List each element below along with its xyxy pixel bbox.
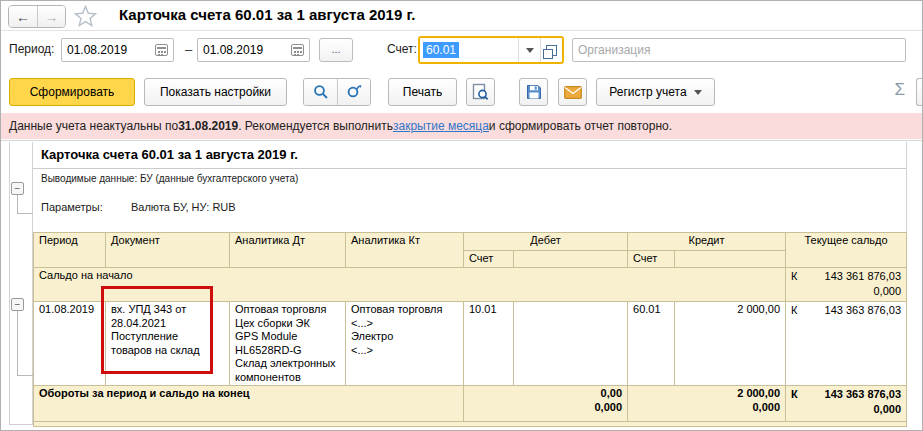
opening-balance-qty: 0,000 bbox=[791, 284, 901, 299]
date-from-field[interactable] bbox=[61, 38, 174, 62]
close-month-link[interactable]: закрытие месяца bbox=[393, 119, 489, 133]
app-window: ← → Карточка счета 60.01 за 1 августа 20… bbox=[0, 0, 923, 431]
opening-balance-label[interactable]: Сальдо на начало bbox=[34, 268, 786, 302]
account-label: Счет: bbox=[387, 42, 417, 56]
search-icon bbox=[313, 84, 329, 100]
back-button[interactable]: ← bbox=[9, 6, 37, 27]
date-to-input[interactable] bbox=[198, 43, 291, 57]
collapse-group-button[interactable]: − bbox=[11, 298, 24, 311]
totals-debit-cell[interactable]: 0,00 0,000 bbox=[464, 386, 628, 422]
email-button[interactable] bbox=[558, 78, 587, 106]
clipped-edge-button[interactable] bbox=[916, 78, 923, 106]
col-header-credit: Кредит bbox=[628, 233, 786, 251]
account-open-button[interactable] bbox=[540, 38, 562, 62]
totals-credit-sum: 2 000,00 bbox=[633, 387, 780, 401]
cell-balance[interactable]: К143 363 876,03 bbox=[786, 302, 907, 386]
search-button[interactable] bbox=[304, 79, 337, 105]
group-tree-line bbox=[17, 311, 18, 376]
search-next-button[interactable] bbox=[337, 79, 370, 105]
back-arrow-icon: ← bbox=[16, 9, 30, 25]
cell-debit-sum[interactable] bbox=[514, 302, 628, 386]
col-header-period: Период bbox=[34, 233, 106, 268]
cell-credit-sum[interactable]: 2 000,00 bbox=[675, 302, 786, 386]
group-tree-line bbox=[17, 195, 18, 214]
account-dropdown-button[interactable] bbox=[518, 38, 540, 62]
row-balance-amount: 143 363 876,03 bbox=[797, 303, 901, 318]
chevron-down-icon bbox=[694, 90, 702, 95]
report-title-underline bbox=[33, 168, 906, 169]
warning-text-before: Данные учета неактуальны по bbox=[9, 119, 178, 133]
cell-analytics-dt[interactable]: Оптовая торговля Цех сборки ЭК GPS Modul… bbox=[230, 302, 346, 386]
warning-text-middle: . Рекомендуется выполнить bbox=[238, 119, 393, 133]
warning-text-after: и сформировать отчет повторно. bbox=[489, 119, 672, 133]
totals-credit-cell[interactable]: 2 000,00 0,000 bbox=[628, 386, 786, 422]
autosum-button[interactable]: Σ bbox=[879, 80, 905, 100]
title-bar: ← → Карточка счета 60.01 за 1 августа 20… bbox=[1, 1, 922, 31]
cell-period[interactable]: 01.08.2019 bbox=[34, 302, 106, 386]
cell-analytics-kt[interactable]: Оптовая торговля <...> Электро <...> bbox=[346, 302, 464, 386]
warning-date: 31.08.2019 bbox=[178, 119, 238, 133]
totals-credit-qty: 0,000 bbox=[633, 401, 780, 415]
col-header-balance: Текущее сальдо bbox=[786, 233, 907, 268]
register-menu-button[interactable]: Регистр учета bbox=[596, 78, 715, 106]
preview-button[interactable] bbox=[466, 78, 495, 106]
account-card-table: Период Документ Аналитика Дт Аналитика К… bbox=[33, 232, 907, 427]
col-header-debit-sum bbox=[514, 251, 628, 268]
balance-indicator: К bbox=[791, 387, 798, 402]
calendar-icon[interactable] bbox=[155, 44, 168, 56]
totals-balance-qty: 0,000 bbox=[791, 402, 901, 417]
toolbar: Сформировать Показать настройки Печать Р… bbox=[1, 69, 922, 113]
save-icon bbox=[526, 84, 542, 100]
calendar-icon[interactable] bbox=[291, 44, 304, 56]
account-combo[interactable]: 60.01 bbox=[418, 36, 564, 64]
col-header-debit-account: Счет bbox=[464, 251, 514, 268]
col-header-analytics-dt: Аналитика Дт bbox=[230, 233, 346, 268]
cell-credit-account[interactable]: 60.01 bbox=[628, 302, 675, 386]
email-icon bbox=[564, 86, 582, 99]
preview-icon bbox=[472, 83, 489, 101]
favorite-star-icon[interactable] bbox=[74, 5, 97, 31]
section-divider bbox=[1, 140, 922, 141]
report-output-data: Выводимые данные: БУ (данные бухгалтерск… bbox=[41, 173, 298, 184]
chevron-down-icon bbox=[526, 48, 534, 53]
col-header-analytics-kt: Аналитика Кт bbox=[346, 233, 464, 268]
save-button[interactable] bbox=[519, 78, 548, 106]
period-label: Период: bbox=[9, 42, 54, 56]
search-next-icon bbox=[346, 84, 363, 100]
col-header-credit-account: Счет bbox=[628, 251, 675, 268]
date-from-input[interactable] bbox=[62, 43, 155, 57]
totals-debit-qty: 0,000 bbox=[469, 401, 622, 415]
forward-arrow-icon: → bbox=[45, 9, 59, 25]
report-params-label: Параметры: bbox=[41, 201, 103, 213]
cell-debit-account[interactable]: 10.01 bbox=[464, 302, 514, 386]
open-link-icon bbox=[546, 45, 557, 56]
opening-balance-cell[interactable]: К143 361 876,03 0,000 bbox=[786, 268, 907, 302]
forward-button[interactable]: → bbox=[37, 6, 65, 27]
totals-label[interactable]: Обороты за период и сальдо на конец bbox=[34, 386, 464, 422]
report-params-value: Валюта БУ, НУ: RUB bbox=[131, 201, 236, 213]
collapse-group-button[interactable]: − bbox=[11, 182, 24, 195]
filter-bar: Период: – ... Счет: 60.01 bbox=[1, 32, 922, 69]
organization-input[interactable] bbox=[573, 43, 905, 57]
nav-buttons: ← → bbox=[8, 5, 66, 28]
report-title: Карточка счета 60.01 за 1 августа 2019 г… bbox=[41, 147, 298, 162]
page-title: Карточка счета 60.01 за 1 августа 2019 г… bbox=[119, 6, 415, 23]
warning-banner: Данные учета неактуальны по 31.08.2019. … bbox=[1, 113, 922, 139]
generate-button[interactable]: Сформировать bbox=[9, 78, 135, 106]
totals-balance-cell[interactable]: К143 363 876,03 0,000 bbox=[786, 386, 907, 422]
col-header-debit: Дебет bbox=[464, 233, 628, 251]
date-to-field[interactable] bbox=[197, 38, 310, 62]
col-header-document: Документ bbox=[106, 233, 230, 268]
search-button-group bbox=[303, 78, 371, 106]
group-tree-line bbox=[17, 213, 33, 214]
cell-document[interactable]: вх. УПД 343 от 28.04.2021 Поступление то… bbox=[106, 302, 230, 386]
period-dash: – bbox=[185, 42, 192, 57]
organization-field[interactable] bbox=[572, 38, 906, 62]
totals-debit-sum: 0,00 bbox=[469, 387, 622, 401]
print-button[interactable]: Печать bbox=[388, 78, 457, 106]
show-settings-button[interactable]: Показать настройки bbox=[144, 78, 287, 106]
opening-balance-amount: 143 361 876,03 bbox=[797, 269, 901, 284]
account-value[interactable]: 60.01 bbox=[420, 38, 518, 62]
col-header-credit-sum bbox=[675, 251, 786, 268]
period-options-button[interactable]: ... bbox=[319, 38, 353, 62]
